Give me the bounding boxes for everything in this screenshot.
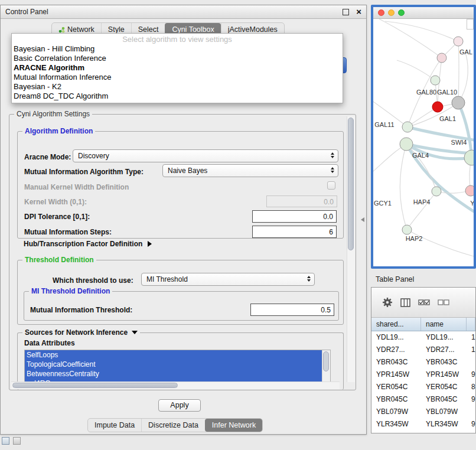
network-graph[interactable]: GALGAL80GAL10GAL11GAL1SWI4GAL4GCY1HAP4YH… [373, 19, 474, 269]
mi-algorithm-label: Mutual Information Algorithm Type: [24, 168, 144, 176]
network-node[interactable] [432, 102, 443, 112]
algorithm-option[interactable]: ARACNE Algorithm [12, 63, 343, 73]
network-node[interactable] [432, 187, 441, 196]
data-attribute-item[interactable]: SelfLoops [25, 350, 322, 360]
table-row[interactable]: YBL079WYBL079W [371, 406, 475, 418]
table-cell: YBR043C [371, 356, 421, 369]
algorithm-option[interactable]: Mutual Information Inference [12, 73, 343, 82]
table-cell: YPR145W [421, 369, 467, 381]
hub-definition-expander[interactable]: Hub/Transcription Factor Definition [24, 240, 152, 248]
network-node[interactable] [452, 96, 465, 109]
splitter-collapse-icon[interactable] [361, 217, 364, 222]
mi-threshold-group-title: MI Threshold Definition [29, 287, 112, 295]
network-node[interactable] [437, 53, 446, 63]
tab-infer-network[interactable]: Infer Network [205, 419, 262, 432]
close-traffic-light-icon[interactable] [378, 9, 384, 16]
mi-steps-field[interactable]: 6 [252, 226, 337, 238]
algorithm-option[interactable]: Bayesian - K2 [12, 82, 343, 92]
mi-steps-label: Mutual Information Steps: [24, 228, 112, 236]
network-window-titlebar[interactable] [373, 7, 474, 19]
network-node[interactable] [400, 138, 413, 151]
float-window-icon[interactable] [343, 9, 349, 15]
table-row[interactable]: YPR145WYPR145W9. [371, 369, 475, 381]
network-node-label: HAP4 [413, 198, 431, 206]
minimize-traffic-light-icon[interactable] [388, 9, 395, 16]
network-node-label: GAL10 [437, 89, 457, 96]
columns-icon[interactable] [400, 298, 410, 307]
window-title: Control Panel [5, 8, 48, 16]
which-threshold-label: Which threshold to use: [53, 276, 133, 285]
dpi-tolerance-field[interactable]: 0.0 [252, 210, 337, 223]
algorithm-dropdown-popup: Select algorithm to view settings Bayesi… [11, 33, 343, 103]
settings-horizontal-scrollbar[interactable] [11, 381, 340, 389]
network-node[interactable] [454, 37, 463, 46]
network-node-label: HAP2 [406, 235, 423, 242]
data-attribute-item[interactable]: BetweennessCentrality [25, 369, 322, 379]
table-row[interactable]: YBR045CYBR045C9. [371, 393, 475, 406]
tab-label: jActiveModules [228, 25, 278, 34]
tab-label: Network [67, 25, 94, 34]
table-row[interactable]: YDL19...YDL19...13 [371, 331, 475, 344]
tab-impute-data[interactable]: Impute Data [88, 419, 141, 432]
network-node[interactable] [402, 122, 413, 132]
column-header[interactable]: name [421, 318, 467, 331]
network-node[interactable] [465, 185, 474, 196]
network-node-label: GAL80 [416, 89, 436, 96]
scrollbar-thumb[interactable] [348, 118, 354, 250]
scrollbar-thumb[interactable] [12, 383, 178, 388]
table-cell: YBR045C [371, 393, 421, 406]
combo-arrows-icon [331, 167, 334, 173]
control-panel-titlebar[interactable]: Control Panel × [1, 5, 366, 19]
dpi-tolerance-label: DPI Tolerance [0,1]: [24, 213, 90, 221]
combo-arrows-icon [307, 276, 311, 282]
minimized-window-icon[interactable] [13, 437, 21, 445]
table-cell [467, 406, 475, 418]
mi-algorithm-select[interactable]: Naive Bayes [162, 164, 338, 177]
zoom-traffic-light-icon[interactable] [398, 9, 405, 16]
table-cell [467, 356, 475, 369]
network-node-label: GAL4 [412, 152, 429, 159]
data-attribute-item[interactable]: TopologicalCoefficient [25, 360, 322, 369]
manual-kernel-label: Manual Kernel Width Definition [24, 183, 129, 191]
table-cell: 8. [467, 381, 475, 393]
column-header[interactable] [467, 318, 475, 331]
mi-threshold-label: Mutual Information Threshold: [30, 306, 132, 314]
table-row[interactable]: YDR27...YDR27...12 [371, 344, 475, 356]
algorithm-option[interactable]: Basic Correlation Inference [12, 54, 343, 63]
gear-icon[interactable] [382, 297, 393, 308]
column-header[interactable]: shared... [371, 318, 421, 331]
network-node[interactable] [402, 225, 412, 234]
algorithm-option[interactable]: Dream8 DC_TDC Algorithm [12, 92, 343, 101]
threshold-definition-title: Threshold Definition [22, 256, 96, 264]
table-cell: YLR345W [421, 418, 467, 431]
which-threshold-select[interactable]: MI Threshold [141, 273, 315, 286]
mi-threshold-field[interactable]: 0.5 [250, 304, 334, 316]
table-row[interactable]: YLR345WYLR345W9. [371, 418, 475, 431]
algorithm-option[interactable]: Bayesian - Hill Climbing [12, 44, 343, 54]
manual-kernel-checkbox[interactable] [327, 181, 335, 190]
algorithm-definition-group: Algorithm Definition Aracne Mode: Discov… [17, 131, 344, 239]
table-cell: YER054C [371, 381, 421, 393]
aracne-mode-select[interactable]: Discovery [73, 149, 338, 162]
minimized-window-icon[interactable] [2, 437, 9, 445]
table-cell: YIL052C [371, 431, 421, 433]
select-all-checkboxes-icon[interactable] [418, 299, 430, 305]
table-row[interactable]: YIL052CYIL052C [371, 431, 475, 433]
network-node-label: Y [470, 200, 474, 207]
sources-expander[interactable]: Sources for Network Inference [22, 328, 140, 337]
deselect-all-checkboxes-icon[interactable] [438, 299, 449, 305]
table-cell: 9. [467, 369, 475, 381]
tab-discretize-data[interactable]: Discretize Data [141, 419, 205, 432]
network-canvas[interactable]: GALGAL80GAL10GAL11GAL1SWI4GAL4GCY1HAP4YH… [373, 19, 474, 266]
table-toolbar [371, 288, 475, 318]
scrollbar-thumb[interactable] [323, 351, 329, 371]
table-panel-title: Table Panel [376, 275, 414, 283]
table-row[interactable]: YER054CYER054C8. [371, 381, 475, 393]
apply-button[interactable]: Apply [158, 399, 201, 412]
network-node[interactable] [431, 76, 440, 85]
settings-vertical-scrollbar[interactable] [347, 116, 355, 382]
table-row[interactable]: YBR043CYBR043C [371, 356, 475, 369]
table-cell: YDR27... [371, 344, 421, 356]
network-node-label: SWI4 [451, 139, 467, 146]
close-window-icon[interactable]: × [356, 8, 361, 15]
